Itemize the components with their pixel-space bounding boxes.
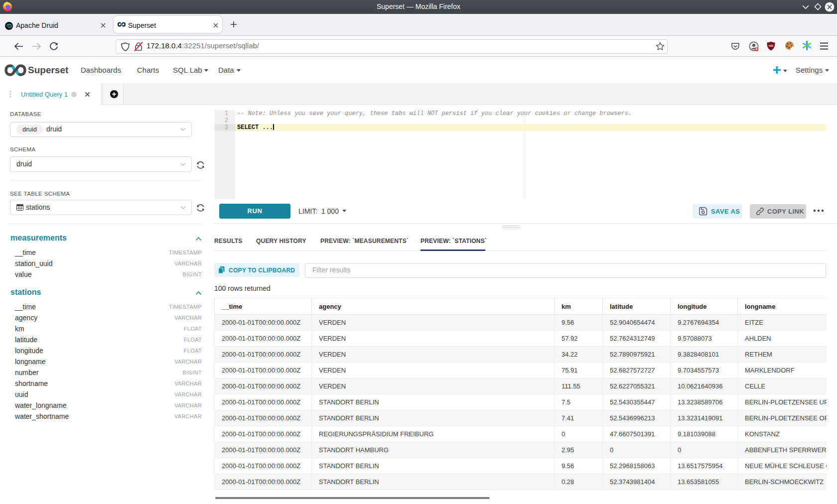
svg-text:UO: UO xyxy=(769,44,773,47)
